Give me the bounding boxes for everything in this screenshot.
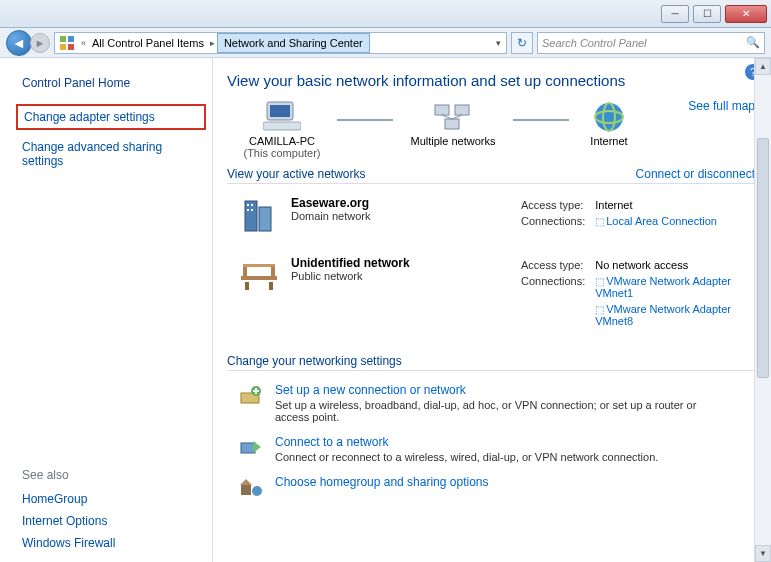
vmnet8-link[interactable]: VMware Network Adapter VMnet8 <box>595 303 731 327</box>
svg-rect-25 <box>245 282 249 290</box>
maximize-button[interactable]: ☐ <box>693 5 721 23</box>
see-also-heading: See also <box>22 464 200 488</box>
svg-line-10 <box>442 115 452 119</box>
scroll-thumb[interactable] <box>757 138 769 378</box>
see-full-map-link[interactable]: See full map <box>688 99 755 113</box>
sidebar: Control Panel Home Change adapter settin… <box>0 58 213 562</box>
connect-disconnect-link[interactable]: Connect or disconnect <box>636 167 755 181</box>
page-title: View your basic network information and … <box>227 72 755 89</box>
connect-network-link[interactable]: Connect to a network <box>275 435 658 449</box>
access-type-label: Access type: <box>517 198 589 212</box>
vertical-scrollbar[interactable]: ▲ ▼ <box>754 58 771 562</box>
scroll-down-button[interactable]: ▼ <box>755 545 771 562</box>
svg-rect-0 <box>60 36 66 42</box>
change-adapter-settings-link[interactable]: Change adapter settings <box>16 104 206 130</box>
minimize-button[interactable]: ─ <box>661 5 689 23</box>
map-internet-label: Internet <box>590 135 627 147</box>
setup-connection-desc: Set up a wireless, broadband, dial-up, a… <box>275 399 715 423</box>
svg-point-34 <box>252 486 262 496</box>
connections-label: Connections: <box>517 274 589 300</box>
homegroup-sharing-link[interactable]: Choose homegroup and sharing options <box>275 475 488 489</box>
chevron-left-icon: « <box>79 38 88 48</box>
map-this-computer: CAMILLA-PC (This computer) <box>227 99 337 159</box>
connection-icon: ⬚ <box>595 216 606 227</box>
divider <box>227 183 755 184</box>
access-type-label: Access type: <box>517 258 589 272</box>
address-toolbar: ◄ ► « All Control Panel Items ▸ Network … <box>0 28 771 58</box>
homegroup-link[interactable]: HomeGroup <box>22 488 200 510</box>
nav-buttons: ◄ ► <box>6 30 50 56</box>
map-multiple-networks: Multiple networks <box>393 99 513 147</box>
network-block-unidentified: Unidentified network Public network Acce… <box>227 252 755 346</box>
setup-connection-link[interactable]: Set up a new connection or network <box>275 383 715 397</box>
svg-rect-23 <box>271 266 275 276</box>
control-panel-icon <box>57 34 77 52</box>
map-pc-name: CAMILLA-PC <box>249 135 315 147</box>
svg-point-12 <box>595 103 623 131</box>
forward-button[interactable]: ► <box>30 33 50 53</box>
refresh-button[interactable]: ↻ <box>511 32 533 54</box>
map-mid-label: Multiple networks <box>411 135 496 147</box>
network-details: Access type:Internet Connections:⬚Local … <box>515 196 755 236</box>
network-icon <box>433 99 473 135</box>
svg-rect-18 <box>251 204 253 206</box>
svg-rect-20 <box>251 209 253 211</box>
connection-icon: ⬚ <box>595 276 606 287</box>
windows-firewall-link[interactable]: Windows Firewall <box>22 532 200 554</box>
network-details: Access type:No network access Connection… <box>515 256 755 330</box>
svg-rect-2 <box>60 44 66 50</box>
computer-icon <box>262 99 302 135</box>
close-button[interactable]: ✕ <box>725 5 767 23</box>
breadcrumb-network-sharing[interactable]: Network and Sharing Center <box>217 33 370 53</box>
svg-rect-9 <box>445 119 459 129</box>
network-map: CAMILLA-PC (This computer) Multiple netw… <box>227 99 755 159</box>
control-panel-home-link[interactable]: Control Panel Home <box>22 72 200 94</box>
content-body: Control Panel Home Change adapter settin… <box>0 58 771 562</box>
svg-rect-26 <box>269 282 273 290</box>
address-dropdown-icon[interactable]: ▾ <box>490 38 506 48</box>
globe-icon <box>589 99 629 135</box>
svg-rect-21 <box>241 276 277 280</box>
connect-network-desc: Connect or reconnect to a wireless, wire… <box>275 451 658 463</box>
search-placeholder: Search Control Panel <box>542 37 647 49</box>
task-setup-connection: Set up a new connection or network Set u… <box>227 379 755 431</box>
back-button[interactable]: ◄ <box>6 30 32 56</box>
scroll-up-button[interactable]: ▲ <box>755 58 771 75</box>
chevron-right-icon: ▸ <box>208 38 217 48</box>
map-line-2 <box>513 119 569 121</box>
network-type: Public network <box>291 270 410 282</box>
network-name: Easeware.org <box>291 196 370 210</box>
svg-rect-22 <box>243 266 247 276</box>
svg-rect-8 <box>455 105 469 115</box>
internet-options-link[interactable]: Internet Options <box>22 510 200 532</box>
search-icon[interactable]: 🔍 <box>746 36 760 49</box>
breadcrumb-bar[interactable]: « All Control Panel Items ▸ Network and … <box>54 32 507 54</box>
connections-label: Connections: <box>517 214 589 228</box>
network-type: Domain network <box>291 210 370 222</box>
svg-rect-32 <box>241 485 251 495</box>
network-block-easeware: Easeware.org Domain network Access type:… <box>227 192 755 252</box>
local-area-connection-link[interactable]: Local Area Connection <box>606 215 717 227</box>
svg-rect-7 <box>435 105 449 115</box>
map-pc-sub: (This computer) <box>243 147 320 159</box>
active-networks-heading: View your active networks Connect or dis… <box>227 167 755 181</box>
access-type-value: No network access <box>591 258 753 272</box>
window-titlebar: ─ ☐ ✕ <box>0 0 771 28</box>
svg-rect-5 <box>270 105 290 117</box>
breadcrumb-all-items[interactable]: All Control Panel Items <box>88 37 208 49</box>
connection-icon: ⬚ <box>595 304 606 315</box>
svg-rect-6 <box>263 122 301 130</box>
svg-line-11 <box>452 115 462 119</box>
vmnet1-link[interactable]: VMware Network Adapter VMnet1 <box>595 275 731 299</box>
svg-rect-1 <box>68 36 74 42</box>
active-networks-label: View your active networks <box>227 167 366 181</box>
access-type-value: Internet <box>591 198 721 212</box>
svg-rect-19 <box>247 209 249 211</box>
svg-rect-31 <box>241 443 255 453</box>
search-input[interactable]: Search Control Panel 🔍 <box>537 32 765 54</box>
map-line-1 <box>337 119 393 121</box>
svg-rect-24 <box>243 264 275 267</box>
change-advanced-sharing-link[interactable]: Change advanced sharing settings <box>22 136 200 172</box>
divider <box>227 370 755 371</box>
main-panel: ? View your basic network information an… <box>213 58 771 562</box>
